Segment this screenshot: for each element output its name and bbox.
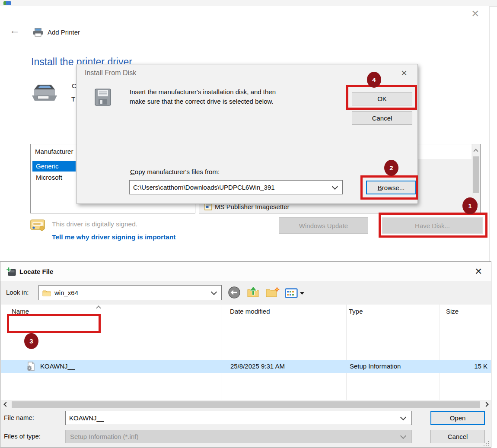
horizontal-scrollbar[interactable] xyxy=(1,400,491,409)
look-in-label: Look in: xyxy=(6,289,29,296)
manufacturer-column-header: Manufacturer xyxy=(35,148,73,155)
annotation-box-browse xyxy=(360,175,418,200)
locate-file-icon xyxy=(6,267,16,277)
up-one-level-button[interactable] xyxy=(247,286,260,298)
locate-file-titlebar xyxy=(0,262,491,281)
chevron-down-icon[interactable] xyxy=(211,289,217,295)
sort-ascending-icon[interactable] xyxy=(96,305,101,310)
file-name-input[interactable] xyxy=(66,414,401,422)
look-in-value: win_x64 xyxy=(51,289,212,296)
annotation-badge-2: 2 xyxy=(384,160,398,176)
copy-files-label: Copy manufacturer's files from: xyxy=(130,168,220,175)
dialog-message-line2: make sure that the correct drive is sele… xyxy=(130,98,274,105)
clipped-text-fragment: C xyxy=(72,82,76,89)
list-item-microsoft[interactable]: Microsoft xyxy=(36,174,62,181)
dialog-message-line1: Insert the manufacturer's installation d… xyxy=(130,88,276,95)
annotation-badge-1: 1 xyxy=(462,197,478,214)
chevron-down-icon xyxy=(400,432,406,438)
open-button[interactable]: Open xyxy=(430,411,485,425)
annotation-box-have-disk xyxy=(379,213,487,238)
files-of-type-value: Setup Information (*.inf) xyxy=(66,433,401,440)
back-button[interactable] xyxy=(228,286,241,299)
folder-icon xyxy=(42,289,51,296)
path-combobox[interactable] xyxy=(129,180,343,194)
annotation-box-file xyxy=(7,314,101,333)
resize-grip-icon[interactable] xyxy=(484,441,484,442)
column-separator xyxy=(222,305,222,400)
file-row[interactable]: KOAWNJ__ 25/8/2025 9:31 AM Setup Informa… xyxy=(1,360,491,373)
close-icon[interactable]: × xyxy=(401,67,407,79)
screenshot-root: × ← Add Printer Install the printer driv… xyxy=(0,0,497,448)
background-window-icon xyxy=(3,1,11,5)
close-icon[interactable]: × xyxy=(472,7,479,20)
look-in-combobox[interactable]: win_x64 xyxy=(38,285,222,300)
copy-files-label-rest: opy manufacturer's files from: xyxy=(135,168,220,175)
cancel-button[interactable]: Cancel xyxy=(352,111,412,125)
scrollbar-thumb[interactable] xyxy=(473,156,479,193)
copy-files-label-accel: C xyxy=(130,168,135,175)
chevron-down-icon[interactable] xyxy=(300,292,304,295)
chevron-down-icon[interactable] xyxy=(400,414,406,420)
printer-illustration-icon xyxy=(31,83,58,104)
printer-file-icon xyxy=(204,203,212,210)
printer-icon xyxy=(32,27,44,37)
window-title: Add Printer xyxy=(48,29,80,36)
annotation-badge-4: 4 xyxy=(367,72,381,88)
windows-update-button[interactable]: Windows Update xyxy=(279,217,368,234)
column-separator xyxy=(440,305,440,400)
setup-information-file-icon xyxy=(26,362,35,371)
column-separator xyxy=(346,305,347,400)
scroll-left-icon[interactable] xyxy=(3,402,8,407)
close-icon[interactable]: × xyxy=(475,264,482,278)
back-circle-icon xyxy=(228,286,241,299)
views-icon xyxy=(285,288,298,298)
new-folder-button[interactable] xyxy=(266,287,280,298)
annotation-box-ok xyxy=(346,85,417,110)
column-header-type[interactable]: Type xyxy=(349,308,363,315)
scrollbar-thumb[interactable] xyxy=(12,401,480,408)
file-type-cell: Setup Information xyxy=(350,362,401,370)
view-menu-button[interactable] xyxy=(285,288,304,298)
driver-signed-text: This driver is digitally signed. xyxy=(52,220,137,228)
file-name-cell: KOAWNJ__ xyxy=(40,362,75,370)
file-date-cell: 25/8/2025 9:31 AM xyxy=(230,362,285,370)
scroll-right-icon[interactable] xyxy=(484,402,488,407)
dialog-title: Install From Disk xyxy=(85,69,136,77)
clipped-text-fragment: T xyxy=(71,95,75,103)
files-of-type-label: Files of type: xyxy=(4,432,41,440)
column-header-size[interactable]: Size xyxy=(446,308,459,315)
floppy-disk-icon xyxy=(93,88,112,107)
certificate-icon xyxy=(30,219,45,231)
cancel-button[interactable]: Cancel xyxy=(430,430,485,443)
column-header-date[interactable]: Date modified xyxy=(230,308,270,315)
file-name-label: File name: xyxy=(4,414,34,421)
chevron-down-icon[interactable] xyxy=(332,183,338,189)
driver-signing-link[interactable]: Tell me why driver signing is important xyxy=(52,233,176,241)
path-input[interactable] xyxy=(130,184,333,191)
list-item-printer[interactable]: MS Publisher Imagesetter xyxy=(204,203,290,210)
list-item-generic[interactable]: Generic xyxy=(32,161,76,172)
files-of-type-combobox: Setup Information (*.inf) xyxy=(65,430,412,443)
file-size-cell: 15 K xyxy=(474,362,487,370)
background-window-strip xyxy=(0,0,497,6)
dialog-title: Locate File xyxy=(19,268,53,275)
folder-up-icon xyxy=(247,286,260,298)
file-name-combobox[interactable] xyxy=(65,411,412,425)
back-arrow-icon[interactable]: ← xyxy=(10,25,20,35)
scroll-up-icon[interactable] xyxy=(473,149,478,153)
new-folder-icon xyxy=(266,287,280,298)
locate-file-dialog: Locate File × Look in: win_x64 xyxy=(0,261,491,448)
printer-item-label: MS Publisher Imagesetter xyxy=(215,203,290,210)
annotation-badge-3: 3 xyxy=(24,333,38,349)
